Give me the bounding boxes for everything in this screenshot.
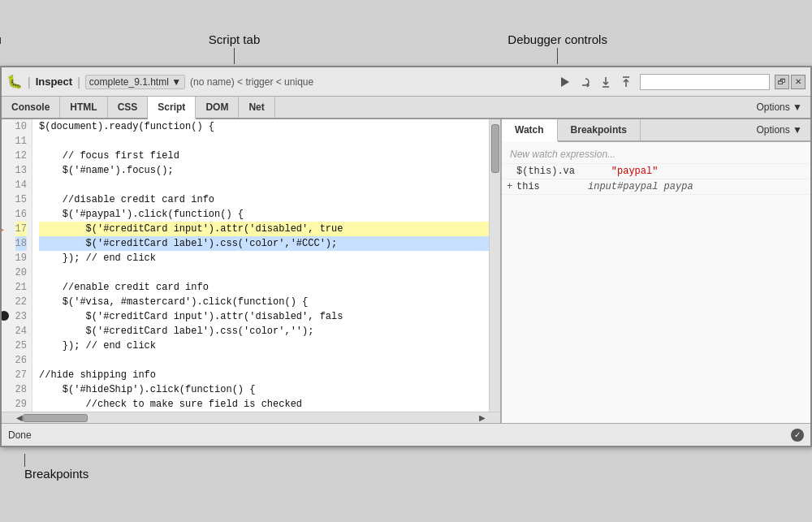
watch-value-1: "paypal"	[588, 166, 658, 177]
vertical-scrollbar[interactable]	[489, 119, 500, 412]
code-line-14	[39, 178, 489, 192]
tab-dom[interactable]: DOM	[196, 97, 239, 118]
devtools-window: 🐛 | Inspect | complete_9.1.html ▼ (no na…	[0, 66, 812, 447]
tab-console[interactable]: Console	[2, 97, 60, 118]
line-num-13: 13	[15, 163, 27, 178]
code-line-11	[39, 134, 489, 149]
step-into-button[interactable]	[597, 73, 615, 91]
watch-panel: Watch Breakpoints Options ▼ New watch ex…	[502, 119, 810, 423]
search-input[interactable]	[640, 74, 770, 90]
code-line-18: $('#creditCard label').css('color','#CCC…	[39, 236, 489, 251]
watch-item-2: + this input#paypal paypa	[502, 179, 810, 195]
tab-net[interactable]: Net	[239, 97, 274, 118]
line-num-19: 19	[15, 251, 27, 265]
status-icon: ✓	[791, 429, 804, 442]
nav-breadcrumb: (no name) < trigger < unique	[190, 76, 313, 88]
watch-tabs-row: Watch Breakpoints Options ▼	[502, 119, 810, 142]
code-line-10: $(document).ready(function() {	[39, 119, 489, 134]
code-line-21: //enable credit card info	[39, 280, 489, 295]
source-menu-label: Source menu	[0, 32, 2, 46]
debugger-controls	[556, 73, 635, 91]
code-line-23: $('#creditCard input').attr('disabled', …	[39, 309, 489, 324]
source-menu-annotation: Source menu	[0, 32, 2, 64]
line-num-21: 21	[15, 280, 27, 295]
toolbar: 🐛 | Inspect | complete_9.1.html ▼ (no na…	[2, 67, 810, 97]
tab-script[interactable]: Script	[148, 97, 196, 119]
code-line-16: $('#paypal').click(function() {	[39, 207, 489, 222]
line-num-24: 24	[15, 324, 27, 339]
script-tab-label: Script tab	[209, 32, 260, 46]
watch-name-2: this	[516, 181, 581, 192]
code-line-26	[39, 353, 489, 368]
svg-marker-0	[561, 77, 569, 87]
main-options-menu[interactable]: Options ▼	[748, 97, 810, 118]
line-num-11: 11	[15, 134, 27, 149]
restore-button[interactable]: 🗗	[775, 75, 789, 89]
line-num-12: 12	[15, 149, 27, 163]
code-area: 10 11 12 13 14 15 16 17 ▶ 18 19	[2, 119, 500, 412]
watch-expand-1[interactable]	[507, 166, 516, 177]
code-line-22: $('#visa, #mastercard').click(function()…	[39, 295, 489, 309]
source-menu-file[interactable]: complete_9.1.html ▼	[85, 75, 185, 89]
inspect-label: Inspect	[36, 75, 73, 88]
main-tabs-row: Console HTML CSS Script DOM Net Options …	[2, 97, 810, 119]
code-line-15: //disable credit card info	[39, 192, 489, 207]
close-button[interactable]: ✕	[791, 75, 806, 89]
main-content: 10 11 12 13 14 15 16 17 ▶ 18 19	[2, 119, 810, 423]
line-num-17: 17 ▶	[15, 222, 27, 236]
scroll-left-arrow[interactable]: ◀	[16, 413, 23, 422]
status-text: Done	[8, 429, 32, 441]
watch-expand-2[interactable]: +	[507, 181, 516, 192]
bottom-annotations: Breakpoints	[0, 454, 812, 481]
tab-breakpoints[interactable]: Breakpoints	[558, 119, 641, 140]
code-line-17: $('#creditCard input').attr('disabled', …	[39, 222, 489, 236]
scrollbar-thumb-v[interactable]	[491, 124, 499, 173]
scrollbar-thumb-h[interactable]	[23, 414, 88, 422]
line-num-20: 20	[15, 265, 27, 280]
watch-options-menu[interactable]: Options ▼	[748, 119, 810, 140]
code-content: $(document).ready(function() { // focus …	[32, 119, 489, 412]
code-line-24: $('#creditCard label').css('color','');	[39, 324, 489, 339]
scroll-right-arrow[interactable]: ▶	[479, 413, 486, 422]
step-out-button[interactable]	[617, 73, 635, 91]
top-annotations: Source menu Script tab Debugger controls…	[0, 32, 812, 64]
debugger-controls-annotation: Debugger controls	[508, 32, 607, 64]
line-num-27: 27	[15, 368, 27, 382]
debugger-controls-label: Debugger controls	[508, 32, 607, 46]
line-num-26: 26	[15, 353, 27, 368]
watch-item-1: $(this).va "paypal"	[502, 164, 810, 179]
status-bar: Done ✓	[2, 423, 810, 446]
breakpoints-annotation: Breakpoints	[24, 454, 89, 481]
line-num-25: 25	[15, 339, 27, 353]
code-line-28: $('#hideShip').click(function() {	[39, 382, 489, 397]
tab-watch[interactable]: Watch	[502, 119, 558, 142]
watch-content: New watch expression... $(this).va "payp…	[502, 142, 810, 423]
code-line-13: $('#name').focus();	[39, 163, 489, 178]
watch-name-1: $(this).va	[516, 166, 581, 177]
bug-icon: 🐛	[6, 74, 23, 90]
line-num-28: 28	[15, 382, 27, 397]
line-num-18: 18	[15, 236, 27, 251]
code-line-19: }); // end click	[39, 251, 489, 265]
tab-html[interactable]: HTML	[60, 97, 107, 118]
line-num-16: 16	[15, 207, 27, 222]
line-num-23: 23	[15, 309, 27, 324]
window-controls: 🗗 ✕	[775, 75, 806, 89]
code-panel: 10 11 12 13 14 15 16 17 ▶ 18 19	[2, 119, 502, 423]
script-tab-annotation: Script tab	[209, 32, 260, 64]
code-line-20	[39, 265, 489, 280]
code-line-25: }); // end click	[39, 339, 489, 353]
new-watch-expression[interactable]: New watch expression...	[502, 145, 810, 164]
tab-css[interactable]: CSS	[108, 97, 149, 118]
line-num-14: 14	[15, 178, 27, 192]
breakpoints-label: Breakpoints	[24, 467, 89, 481]
line-numbers: 10 11 12 13 14 15 16 17 ▶ 18 19	[2, 119, 32, 412]
step-over-button[interactable]	[577, 73, 594, 91]
play-button[interactable]	[556, 73, 574, 91]
line-num-15: 15	[15, 192, 27, 207]
code-lines-container: 10 11 12 13 14 15 16 17 ▶ 18 19	[2, 119, 500, 412]
code-line-27: //hide shipping info	[39, 368, 489, 382]
code-line-29: //check to make sure field is checked	[39, 397, 489, 412]
line-num-29: 29	[15, 397, 27, 412]
horizontal-scrollbar[interactable]: ◀ ▶	[2, 412, 500, 423]
